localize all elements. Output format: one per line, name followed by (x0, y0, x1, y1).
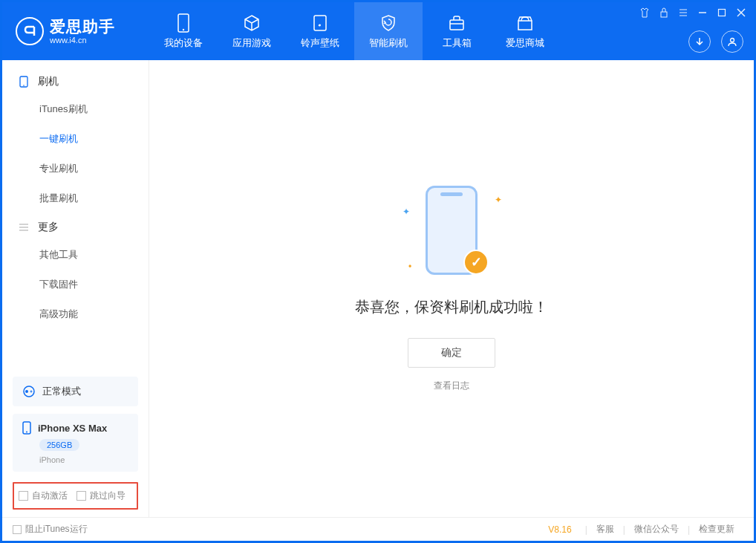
svg-rect-3 (450, 20, 463, 30)
mode-card[interactable]: 正常模式 (13, 377, 138, 406)
sidebar-item-advanced[interactable]: 高级功能 (2, 299, 149, 329)
app-window: 爱思助手 www.i4.cn 我的设备 应用游戏 铃声壁纸 智能刷机 (0, 0, 756, 543)
view-log-link[interactable]: 查看日志 (434, 380, 469, 392)
header-tabs: 我的设备 应用游戏 铃声壁纸 智能刷机 工具箱 爱思商城 (149, 2, 559, 60)
sidebar-section-more: 更多 (2, 213, 149, 240)
svg-rect-5 (661, 12, 667, 17)
sidebar-nav: 刷机 iTunes刷机 一键刷机 专业刷机 批量刷机 更多 其他工具 下载固件 … (2, 60, 149, 377)
tab-apps-games[interactable]: 应用游戏 (218, 2, 286, 60)
sidebar-item-pro-flash[interactable]: 专业刷机 (2, 154, 149, 183)
mode-icon (22, 384, 36, 399)
device-capacity: 256GB (39, 439, 79, 451)
checkbox-label: 自动激活 (32, 490, 68, 502)
checkbox-block-itunes[interactable]: 阻止iTunes运行 (13, 523, 88, 536)
phone-icon (17, 75, 30, 88)
device-phone-icon (22, 421, 32, 435)
tab-label: 智能刷机 (369, 36, 408, 50)
svg-point-13 (731, 39, 734, 42)
download-icon[interactable] (688, 30, 711, 53)
device-name: iPhone XS Max (38, 423, 107, 434)
app-name: 爱思助手 (50, 18, 115, 35)
sparkle-icon: ✦ (495, 195, 502, 205)
svg-point-23 (26, 432, 27, 433)
footer-link-wechat[interactable]: 微信公众号 (625, 523, 688, 536)
header-right-icons (688, 30, 743, 53)
logo-area: 爱思助手 www.i4.cn (2, 2, 149, 60)
tab-store[interactable]: 爱思商城 (491, 2, 559, 60)
header: 爱思助手 www.i4.cn 我的设备 应用游戏 铃声壁纸 智能刷机 (2, 2, 754, 60)
footer-link-service[interactable]: 客服 (587, 523, 623, 536)
checkbox-icon (13, 525, 22, 534)
checkbox-auto-activate[interactable]: 自动激活 (19, 490, 68, 502)
tab-smart-flash[interactable]: 智能刷机 (354, 2, 423, 60)
tab-toolbox[interactable]: 工具箱 (423, 2, 491, 60)
tab-label: 爱思商城 (506, 36, 544, 50)
tab-ringtone-wallpaper[interactable]: 铃声壁纸 (286, 2, 354, 60)
list-icon (17, 221, 30, 234)
ok-button[interactable]: 确定 (408, 338, 495, 368)
sidebar-devices: 正常模式 iPhone XS Max 256GB iPhone (2, 377, 149, 479)
maximize-icon[interactable] (715, 6, 729, 19)
body: 刷机 iTunes刷机 一键刷机 专业刷机 批量刷机 更多 其他工具 下载固件 … (2, 60, 754, 517)
svg-rect-10 (719, 10, 726, 16)
device-icon (177, 13, 190, 33)
minimize-icon[interactable] (696, 6, 709, 19)
store-icon (516, 13, 534, 33)
svg-point-1 (183, 28, 184, 30)
svg-point-21 (30, 391, 32, 392)
sparkle-icon: • (408, 261, 411, 272)
version-label: V8.16 (548, 524, 571, 535)
checkbox-icon (19, 491, 28, 501)
checkbox-skip-wizard[interactable]: 跳过向导 (76, 490, 126, 502)
sidebar-item-oneclick-flash[interactable]: 一键刷机 (2, 124, 149, 154)
svg-point-20 (25, 390, 28, 393)
sidebar-item-batch-flash[interactable]: 批量刷机 (2, 183, 149, 213)
mode-label: 正常模式 (42, 385, 81, 398)
logo-icon (16, 17, 44, 45)
device-type: iPhone (39, 455, 129, 464)
check-badge-icon: ✓ (463, 250, 489, 275)
sidebar-section-flash: 刷机 (2, 68, 149, 94)
tab-label: 应用游戏 (232, 36, 271, 50)
shirt-icon[interactable] (638, 6, 651, 19)
footer-link-update[interactable]: 检查更新 (690, 523, 743, 536)
app-url: www.i4.cn (50, 36, 115, 45)
sidebar-item-itunes-flash[interactable]: iTunes刷机 (2, 94, 149, 124)
success-illustration: ✓ ✦ ✦ • (407, 186, 496, 282)
shield-icon (379, 13, 397, 33)
main-content: ✓ ✦ ✦ • 恭喜您，保资料刷机成功啦！ 确定 查看日志 (149, 60, 754, 517)
sidebar-item-download-firmware[interactable]: 下载固件 (2, 270, 149, 299)
sparkle-icon: ✦ (403, 207, 410, 217)
svg-rect-2 (314, 16, 326, 30)
tab-my-device[interactable]: 我的设备 (149, 2, 218, 60)
music-file-icon (312, 13, 328, 33)
section-title: 刷机 (38, 75, 59, 88)
checkbox-label: 跳过向导 (90, 490, 126, 502)
svg-point-15 (23, 85, 25, 86)
close-icon[interactable] (734, 6, 748, 19)
menu-icon[interactable] (677, 6, 690, 19)
checkbox-label: 阻止iTunes运行 (25, 523, 88, 536)
sidebar-item-other-tools[interactable]: 其他工具 (2, 240, 149, 270)
tab-label: 我的设备 (164, 36, 203, 50)
highlighted-checkbox-row: 自动激活 跳过向导 (13, 482, 138, 510)
cube-icon (243, 13, 261, 33)
user-icon[interactable] (721, 30, 743, 53)
checkbox-icon (76, 491, 86, 501)
footer: 阻止iTunes运行 V8.16 | 客服 | 微信公众号 | 检查更新 (2, 517, 754, 541)
sidebar: 刷机 iTunes刷机 一键刷机 专业刷机 批量刷机 更多 其他工具 下载固件 … (2, 60, 149, 517)
device-card[interactable]: iPhone XS Max 256GB iPhone (13, 414, 138, 472)
window-controls (638, 6, 748, 19)
section-title: 更多 (38, 221, 59, 234)
tab-label: 铃声壁纸 (301, 36, 339, 50)
tab-label: 工具箱 (443, 36, 472, 50)
lock-icon[interactable] (657, 6, 671, 19)
toolbox-icon (448, 13, 466, 33)
success-message: 恭喜您，保资料刷机成功啦！ (355, 297, 548, 317)
